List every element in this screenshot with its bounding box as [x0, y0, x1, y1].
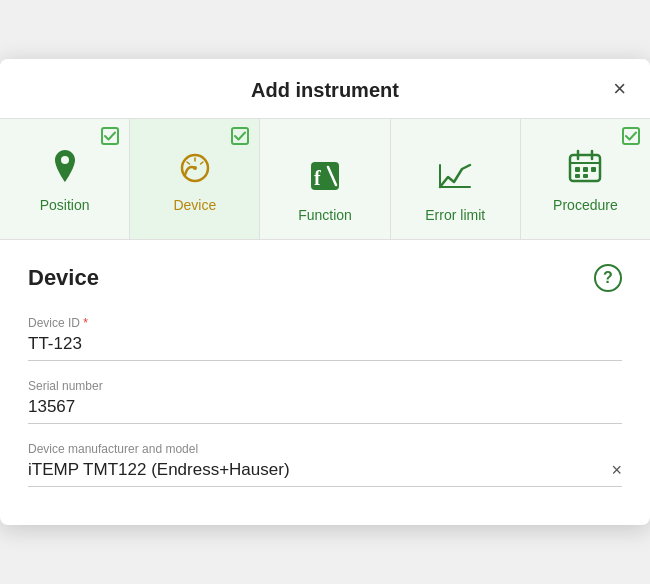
- help-button[interactable]: ?: [594, 264, 622, 292]
- location-icon: [46, 147, 84, 189]
- svg-rect-14: [583, 174, 588, 178]
- tab-procedure[interactable]: Procedure: [521, 119, 650, 239]
- procedure-check: [622, 127, 640, 145]
- device-id-value[interactable]: TT-123: [28, 334, 622, 361]
- serial-number-label: Serial number: [28, 379, 622, 393]
- calendar-icon: [566, 147, 604, 189]
- svg-point-1: [193, 166, 197, 170]
- svg-rect-13: [575, 174, 580, 178]
- tab-device-label: Device: [173, 197, 216, 213]
- field-device-manufacturer: Device manufacturer and model iTEMP TMT1…: [28, 442, 622, 487]
- content-header: Device ?: [28, 264, 622, 292]
- tab-position-label: Position: [40, 197, 90, 213]
- tab-device[interactable]: Device: [130, 119, 260, 239]
- svg-rect-10: [575, 167, 580, 172]
- section-title: Device: [28, 265, 99, 291]
- tab-function-label: Function: [298, 207, 352, 223]
- device-manufacturer-label: Device manufacturer and model: [28, 442, 622, 456]
- tab-function[interactable]: f Function: [260, 119, 390, 239]
- tab-position[interactable]: Position: [0, 119, 130, 239]
- svg-rect-11: [583, 167, 588, 172]
- add-instrument-modal: Add instrument × Position: [0, 59, 650, 525]
- close-button[interactable]: ×: [609, 74, 630, 104]
- svg-rect-12: [591, 167, 596, 172]
- modal-header: Add instrument ×: [0, 59, 650, 118]
- field-device-id: Device ID * TT-123: [28, 316, 622, 361]
- required-marker: *: [83, 316, 88, 330]
- modal-title: Add instrument: [251, 79, 399, 102]
- chart-icon: [436, 157, 474, 199]
- content-area: Device ? Device ID * TT-123 Serial numbe…: [0, 240, 650, 525]
- gauge-icon: [176, 147, 214, 189]
- clear-manufacturer-button[interactable]: ×: [611, 461, 622, 479]
- position-check: [101, 127, 119, 145]
- function-icon: f: [306, 157, 344, 199]
- device-manufacturer-value[interactable]: iTEMP TMT122 (Endress+Hauser) ×: [28, 460, 622, 487]
- svg-text:f: f: [314, 167, 321, 189]
- device-id-label: Device ID *: [28, 316, 622, 330]
- tabs-container: Position Device: [0, 118, 650, 240]
- tab-error-limit-label: Error limit: [425, 207, 485, 223]
- field-serial-number: Serial number 13567: [28, 379, 622, 424]
- device-check: [231, 127, 249, 145]
- tab-error-limit[interactable]: Error limit: [391, 119, 521, 239]
- tab-procedure-label: Procedure: [553, 197, 618, 213]
- serial-number-value[interactable]: 13567: [28, 397, 622, 424]
